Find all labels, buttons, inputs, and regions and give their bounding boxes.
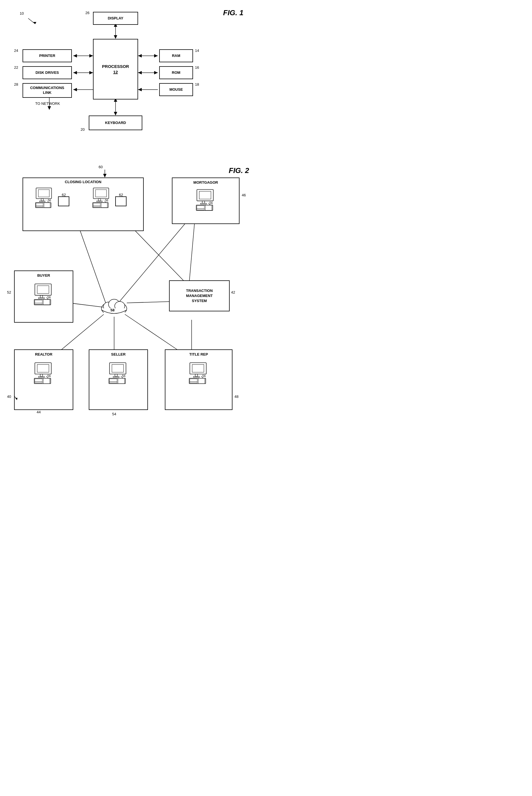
ref-24: 24 [14,49,18,53]
ref-18: 18 [195,82,199,87]
mortgagor-computer: 56 [194,186,218,217]
ref-16: 16 [195,65,199,70]
realtor-box: REALTOR 56 [14,349,73,410]
svg-rect-45 [36,206,43,207]
svg-rect-60 [199,191,211,199]
title-rep-computer: 56 [187,358,211,395]
svg-text:56: 56 [209,201,213,204]
svg-rect-105 [118,378,124,383]
svg-rect-103 [109,379,117,382]
svg-rect-92 [35,382,42,383]
svg-rect-88 [40,374,42,376]
fig2-title: FIG. 2 [229,166,249,175]
svg-rect-113 [190,379,197,382]
ref-28: 28 [14,82,18,87]
svg-line-0 [28,18,35,24]
svg-rect-72 [38,298,44,298]
svg-marker-22 [138,88,142,91]
svg-rect-114 [190,382,197,383]
svg-marker-12 [73,88,77,91]
ref-62-2: 62 [119,193,123,197]
svg-rect-73 [34,299,51,305]
buyer-computer: 56 [32,279,56,313]
ref-44: 44 [37,410,41,414]
svg-rect-109 [192,364,204,372]
ref-62-1: 62 [62,193,66,197]
svg-text:56: 56 [48,199,51,202]
svg-marker-16 [138,54,142,57]
svg-line-28 [76,219,106,303]
svg-rect-65 [197,209,204,210]
svg-text:56: 56 [48,295,51,299]
svg-rect-111 [193,376,199,377]
svg-marker-19 [138,71,142,74]
svg-rect-66 [205,205,212,210]
keyboard-box: KEYBOARD [89,115,142,130]
svg-rect-52 [97,201,102,202]
svg-rect-112 [189,378,205,383]
svg-rect-70 [37,285,49,293]
svg-text:56: 56 [105,199,109,202]
svg-marker-17 [154,54,158,57]
rom-box: ROM [159,66,193,79]
closing-location-box: CLOSING LOCATION [22,177,144,231]
computer-svg-1: 56 [33,185,56,213]
ref-20: 20 [81,127,84,132]
svg-rect-89 [38,376,44,377]
svg-rect-51 [98,198,100,201]
ref-48: 48 [234,395,239,399]
ref-54: 54 [112,412,116,416]
svg-rect-110 [195,374,197,376]
disk-drives-box: DISK DRIVES [22,66,72,79]
ref-26: 26 [86,11,89,15]
ref-60: 60 [99,165,102,169]
realtor-computer: 56 [32,358,56,395]
svg-rect-54 [93,203,100,206]
mouse-box: MOUSE [159,83,193,96]
mortgagor-box: MORTGAGOR 56 [172,177,240,224]
ref-40: 40 [7,395,11,399]
network-cloud: 58 [99,296,130,320]
svg-rect-43 [36,203,51,208]
svg-rect-55 [93,206,100,207]
fig1-diagram: FIG. 1 10 [6,6,260,135]
printer-device-1 [58,196,69,206]
svg-marker-9 [89,71,93,74]
buyer-box: BUYER 56 [14,270,73,323]
seller-computer: 56 [107,358,131,395]
ref-10: 10 [20,11,24,16]
svg-rect-99 [112,364,124,372]
processor-box: PROCESSOR 12 [93,39,138,99]
svg-rect-61 [202,201,205,203]
svg-rect-91 [35,379,42,382]
closing-location-label: CLOSING LOCATION [23,180,143,184]
svg-text:58: 58 [111,308,114,312]
comm-link-box: COMMUNICATIONSLINK [22,83,72,98]
title-rep-box: TITLE REP 56 [165,349,232,410]
svg-line-33 [189,224,194,287]
svg-marker-6 [89,54,93,57]
ref-42: 42 [231,290,235,295]
svg-rect-76 [43,299,50,305]
svg-marker-7 [73,54,77,57]
svg-marker-14 [48,106,51,110]
ref-14: 14 [195,49,199,53]
page: FIG. 1 10 [0,0,266,428]
svg-rect-50 [96,190,107,197]
svg-rect-56 [101,203,107,208]
svg-line-36 [122,313,183,354]
printer-device-2 [115,196,127,206]
svg-rect-63 [196,205,212,210]
svg-rect-71 [40,295,42,298]
svg-marker-10 [73,71,77,74]
svg-rect-101 [113,376,119,377]
svg-rect-93 [43,378,50,383]
closing-computer-2: 56 62 [91,185,133,213]
svg-rect-104 [109,382,117,383]
svg-rect-102 [109,378,125,383]
cloud-svg: 58 [99,296,130,318]
to-network-label: TO NETWORK [35,101,60,106]
computer-svg-2: 56 [91,185,113,213]
svg-rect-46 [44,203,50,208]
display-box: DISPLAY [93,12,138,25]
